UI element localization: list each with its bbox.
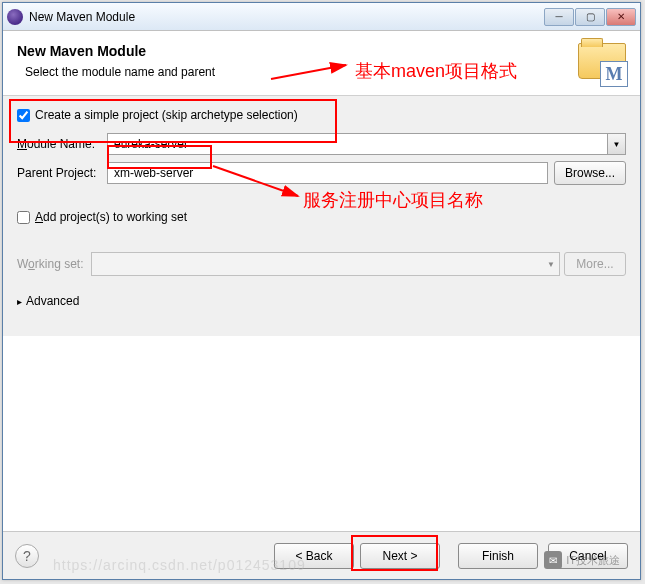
minimize-button[interactable]: ─ [544,8,574,26]
parent-project-input[interactable] [107,162,548,184]
titlebar: New Maven Module ─ ▢ ✕ [3,3,640,31]
parent-project-label: Parent Project: [17,166,107,180]
workingset-label: Working set: [17,257,83,271]
dialog-window: New Maven Module ─ ▢ ✕ New Maven Module … [2,2,641,580]
button-bar: ? < Back Next > Finish Cancel [3,531,640,579]
cancel-button[interactable]: Cancel [548,543,628,569]
help-button[interactable]: ? [15,544,39,568]
close-button[interactable]: ✕ [606,8,636,26]
module-name-dropdown[interactable]: ▼ [608,133,626,155]
advanced-label: Advanced [26,294,79,308]
back-button[interactable]: < Back [274,543,354,569]
browse-button[interactable]: Browse... [554,161,626,185]
simple-project-checkbox[interactable] [17,109,30,122]
add-workingset-label[interactable]: Add project(s) to working set [35,210,187,224]
wizard-header: New Maven Module Select the module name … [3,31,640,96]
content-area: Create a simple project (skip archetype … [3,96,640,336]
simple-project-label[interactable]: Create a simple project (skip archetype … [35,108,298,122]
next-button[interactable]: Next > [360,543,440,569]
chevron-down-icon: ▼ [547,260,555,269]
add-workingset-checkbox[interactable] [17,211,30,224]
module-name-label: Module Name: [17,137,107,151]
maven-folder-icon: M [578,43,626,85]
more-button: More... [564,252,626,276]
workingset-combo: ▼ [91,252,560,276]
page-title: New Maven Module [17,43,578,59]
chevron-right-icon: ▸ [17,296,22,307]
page-subtitle: Select the module name and parent [17,65,578,79]
finish-button[interactable]: Finish [458,543,538,569]
maximize-button[interactable]: ▢ [575,8,605,26]
window-title: New Maven Module [29,10,544,24]
advanced-expander[interactable]: ▸ Advanced [13,282,630,320]
eclipse-icon [7,9,23,25]
module-name-input[interactable] [107,133,608,155]
